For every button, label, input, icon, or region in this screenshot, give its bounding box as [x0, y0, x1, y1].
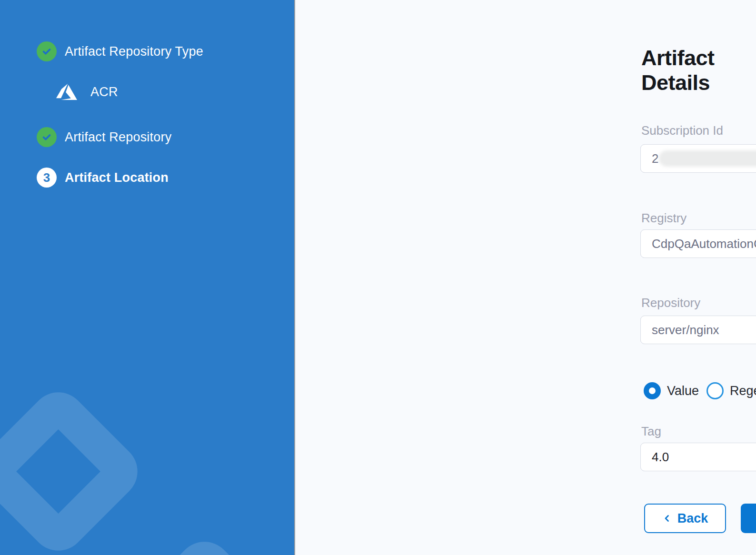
step-artifact-repository[interactable]: Artifact Repository — [37, 127, 171, 147]
repository-field: server/nginx — [640, 316, 756, 344]
artifact-details-panel: Artifact Details Subscription Id 2 9dcf0… — [295, 0, 756, 555]
step-number-badge: 3 — [37, 168, 57, 188]
repository-value: server/nginx — [652, 323, 719, 337]
step-label: Artifact Location — [65, 170, 169, 185]
watermark-logo-shape — [114, 530, 295, 555]
registry-field: CdpQaAutomationCr — [640, 229, 756, 258]
registry-value: CdpQaAutomationCr — [652, 237, 756, 251]
repository-label: Repository — [641, 296, 700, 310]
step-artifact-location[interactable]: 3 Artifact Location — [37, 168, 169, 188]
step-label: ACR — [90, 85, 118, 99]
check-circle-icon — [37, 127, 57, 147]
radio-regex[interactable] — [706, 382, 724, 399]
step-label: Artifact Repository — [65, 130, 171, 145]
check-circle-icon — [37, 41, 57, 61]
step-selected-type-acr[interactable]: ACR — [54, 82, 118, 102]
tag-field: 4.0 — [640, 443, 756, 471]
submit-button[interactable]: Submit — [741, 504, 756, 533]
radio-value[interactable] — [644, 382, 661, 399]
wizard-sidebar: Artifact Repository Type ACR Artifact Re… — [0, 0, 295, 555]
subscription-id-label: Subscription Id — [641, 123, 723, 138]
tag-match-options: Value Regex — [644, 382, 756, 399]
registry-label: Registry — [641, 211, 686, 226]
step-label: Artifact Repository Type — [65, 44, 203, 59]
back-button-label: Back — [677, 511, 708, 526]
azure-icon — [54, 81, 79, 102]
watermark-logo-shape — [0, 525, 8, 555]
subscription-id-select[interactable]: 2 9dcf0 — [640, 144, 756, 173]
chevron-left-icon — [662, 514, 672, 523]
tag-value: 4.0 — [652, 450, 669, 465]
redacted-value-blur — [659, 150, 756, 167]
page-title: Artifact Details — [641, 46, 756, 95]
repository-select[interactable]: server/nginx — [640, 316, 756, 344]
subscription-id-field: 2 9dcf0 — [640, 144, 756, 173]
step-artifact-repository-type[interactable]: Artifact Repository Type — [37, 41, 203, 61]
registry-select[interactable]: CdpQaAutomationCr — [640, 229, 756, 258]
radio-regex-label: Regex — [730, 384, 756, 398]
tag-input[interactable]: 4.0 — [640, 443, 756, 471]
back-button[interactable]: Back — [644, 504, 726, 533]
radio-value-label: Value — [667, 384, 699, 398]
tag-label: Tag — [641, 424, 661, 439]
watermark-logo-shape — [0, 381, 149, 555]
subscription-id-value-prefix: 2 — [652, 151, 658, 166]
